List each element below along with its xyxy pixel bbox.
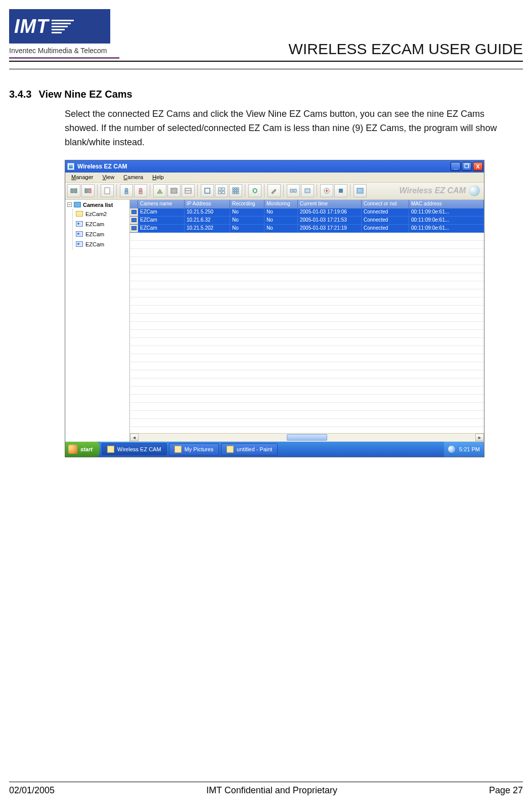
taskbar-item[interactable]: Wireless EZ CAM [102,443,167,455]
cell-time: 2005-01-03 17:21:53 [298,217,362,225]
cell-time: 2005-01-03 17:21:19 [298,225,362,233]
taskbar-item[interactable]: My Pictures [169,443,219,455]
settings-button[interactable] [268,184,281,197]
toolbar-btn-3[interactable] [101,184,114,197]
svg-rect-33 [339,189,343,193]
logo-underline [9,57,119,59]
cell-rec: No [230,217,264,225]
window-title: Wireless EZ CAM [77,163,127,170]
svg-rect-22 [235,190,237,192]
tree-item[interactable]: EZCam [76,239,129,249]
cell-name: EZCam [138,225,185,233]
scroll-left-icon[interactable]: ◄ [130,434,139,441]
svg-rect-23 [237,190,239,192]
view-nine-button[interactable] [229,184,242,197]
table-row[interactable]: EZCam10.21.5.250NoNo2005-01-03 17:19:06C… [130,208,484,217]
minimize-button[interactable]: _ [451,162,461,171]
task-label: untitled - Paint [237,446,272,452]
tree-collapse-icon[interactable]: − [67,202,72,207]
svg-rect-20 [237,188,239,189]
svg-rect-1 [74,189,77,193]
svg-rect-3 [88,189,91,193]
svg-rect-8 [139,191,142,194]
grid-header[interactable]: Camera name IP Address Recording Monitor… [130,200,484,208]
toolbar-btn-1[interactable] [67,184,80,197]
close-button[interactable]: X [473,162,483,171]
taskbar-item[interactable]: untitled - Paint [221,443,278,455]
logo-stripes-icon [52,20,74,33]
camera-icon [131,210,137,214]
toolbar-btn-6[interactable] [153,184,166,197]
tree-item-label: EZCam [85,241,104,247]
toolbar-btn-17[interactable] [334,184,347,197]
toolbar-btn-16[interactable] [320,184,333,197]
task-icon [174,446,182,453]
col-recording[interactable]: Recording [230,200,264,208]
svg-rect-24 [233,192,234,194]
menu-help[interactable]: Help [149,174,167,181]
svg-rect-26 [237,192,239,194]
app-screenshot: Wireless EZ CAM _ ❐ X Manager View Camer… [65,160,484,457]
camera-icon [131,218,137,222]
system-tray[interactable]: 5:21 PM [444,442,484,457]
cell-ip: 10.21.6.32 [185,217,230,225]
folder-icon [74,202,81,207]
cell-mon: No [264,217,298,225]
cell-mon: No [264,208,298,217]
col-mac[interactable]: MAC address [409,200,484,208]
scroll-right-icon[interactable]: ► [475,434,484,441]
maximize-button[interactable]: ❐ [462,162,472,171]
menu-manager[interactable]: Manager [68,174,96,181]
camera-tree[interactable]: − Camera list EzCam2 EZCam EZCam EZCam [65,200,130,442]
webcam-icon [469,185,480,196]
svg-rect-25 [235,192,237,194]
col-time[interactable]: Current time [298,200,362,208]
table-row[interactable]: EZCam10.21.5.202NoNo2005-01-03 17:21:19C… [130,225,484,233]
toolbar-btn-18[interactable] [353,184,367,197]
section-number: 3.4.3 [9,89,31,100]
svg-rect-14 [218,188,221,190]
svg-marker-9 [157,189,162,193]
horizontal-scrollbar[interactable]: ◄ ► [130,433,484,442]
camera-icon [76,221,83,227]
titlebar[interactable]: Wireless EZ CAM _ ❐ X [65,160,484,173]
col-connect[interactable]: Connect or not [362,200,409,208]
cell-mac: 00:11:09:0e:61... [409,225,484,233]
cell-name: EZCam [138,217,185,225]
toolbar-btn-7[interactable] [167,184,181,197]
cell-conn: Connected [362,225,409,233]
col-monitoring[interactable]: Monitoring [264,200,298,208]
svg-rect-19 [235,188,237,189]
toolbar-btn-14[interactable] [287,184,300,197]
toolbar-btn-2[interactable] [81,184,95,197]
svg-rect-17 [222,191,225,194]
camera-icon [76,241,83,247]
view-one-button[interactable] [201,184,214,197]
cell-time: 2005-01-03 17:19:06 [298,208,362,217]
toolbar-btn-4[interactable] [120,184,133,197]
cell-mac: 00:11:09:0e:61... [409,208,484,217]
tray-icon [448,446,455,453]
tree-item-label: EZCam [85,231,104,237]
toolbar-btn-8[interactable] [182,184,195,197]
toolbar: Wireless EZ CAM [65,183,484,200]
tree-item[interactable]: EzCam2 [76,209,129,219]
toolbar-btn-15[interactable] [301,184,314,197]
tree-item[interactable]: EZCam [76,229,129,239]
refresh-button[interactable] [248,184,261,197]
cell-mon: No [264,225,298,233]
logo: IMT Inventec Multimedia & Telecom [9,9,119,59]
scroll-thumb[interactable] [287,434,327,441]
task-label: Wireless EZ CAM [117,446,161,452]
toolbar-btn-5[interactable] [134,184,147,197]
header-rule-1 [9,61,523,62]
col-ip[interactable]: IP Address [185,200,230,208]
view-four-button[interactable] [215,184,228,197]
start-button[interactable]: start [65,442,100,457]
table-row[interactable]: EZCam10.21.6.32NoNo2005-01-03 17:21:53Co… [130,217,484,225]
menu-camera[interactable]: Camera [120,174,146,181]
windows-logo-icon [68,445,77,454]
menu-view[interactable]: View [99,174,117,181]
col-camera-name[interactable]: Camera name [138,200,185,208]
tree-item[interactable]: EZCam [76,219,129,229]
